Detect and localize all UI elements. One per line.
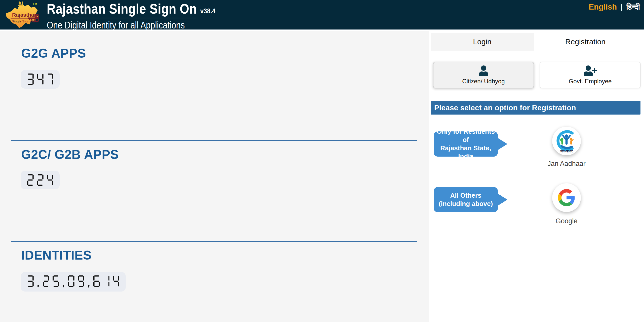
app-subtitle: One Digital Identity for all Application… <box>47 20 215 31</box>
citizen-udhyog-button[interactable]: Citizen/ Udhyog <box>433 62 534 88</box>
right-figure <box>570 138 573 144</box>
rajasthan-sso-logo[interactable]: TM Rajasthan Single Sign On <box>3 1 43 29</box>
google-bubble: All Others (including above) <box>434 187 498 212</box>
jan-aadhaar-label: Jan Aadhaar <box>535 160 598 168</box>
title-divider <box>47 18 196 18</box>
jan-aadhaar-bubble-line1: Only for Residents of <box>434 127 498 144</box>
user-icon <box>479 65 488 76</box>
emblem-icon <box>18 2 23 6</box>
jan-aadhaar-bubble: Only for Residents of Rajasthan State, I… <box>434 131 498 157</box>
govt-employee-button[interactable]: Govt. Employee <box>540 62 641 88</box>
app-version: v38.4 <box>197 7 215 16</box>
digital-counter-g2g <box>21 70 60 89</box>
jan-aadhaar-logo-text: जन-आधार <box>560 149 573 153</box>
google-logo <box>558 189 575 206</box>
govt-employee-label: Govt. Employee <box>569 78 612 85</box>
google-label: Google <box>535 217 598 225</box>
digital-counter-identities <box>21 272 126 292</box>
auth-tabs: Login Registration <box>431 33 637 51</box>
section-divider <box>11 241 417 242</box>
tab-login[interactable]: Login <box>431 33 534 51</box>
language-hindi-link[interactable]: हिन्दी <box>626 3 640 11</box>
logo-underline <box>11 18 31 19</box>
registration-prompt-bar: Please select an option for Registration <box>431 101 640 115</box>
auth-panel: Login Registration Citizen/ Udhyog Govt.… <box>429 31 644 322</box>
tab-registration[interactable]: Registration <box>534 33 637 51</box>
jan-aadhaar-bubble-line2: Rajasthan State, India <box>434 144 498 161</box>
rajsso-page: TM Rajasthan Single Sign On Rajasthan Si… <box>0 0 644 322</box>
header-title-block: Rajasthan Single Sign On v38.4 One Digit… <box>47 2 215 31</box>
stat-heading-g2g: G2G APPS <box>21 46 86 61</box>
language-separator: | <box>619 3 624 11</box>
stats-panel: G2G APPS G2C/ G2B APPS IDENTITIES <box>0 31 429 322</box>
user-type-buttons: Citizen/ Udhyog Govt. Employee <box>433 62 641 88</box>
logo-tm-label: TM <box>33 2 37 6</box>
language-english-link[interactable]: English <box>589 3 617 11</box>
stat-heading-g2c-g2b: G2C/ G2B APPS <box>21 147 119 162</box>
app-header: TM Rajasthan Single Sign On Rajasthan Si… <box>0 0 644 30</box>
jan-aadhaar-option-button[interactable]: जन-आधार <box>552 127 581 155</box>
jan-aadhaar-logo: जन-आधार <box>553 128 580 154</box>
center-figure <box>563 134 570 144</box>
section-divider <box>11 140 417 141</box>
digital-counter-g2c-g2b <box>21 171 60 189</box>
stat-heading-identities: IDENTITIES <box>21 248 92 263</box>
google-option-button[interactable] <box>552 183 581 212</box>
user-plus-icon <box>584 65 597 76</box>
logo-state-label: Rajasthan <box>12 12 37 18</box>
left-figure <box>560 138 564 144</box>
google-bubble-line1: All Others <box>450 191 481 200</box>
language-switcher: English | हिन्दी <box>589 3 640 12</box>
app-title: Rajasthan Single Sign On <box>47 2 197 16</box>
google-bubble-line2: (including above) <box>439 200 493 208</box>
citizen-udhyog-label: Citizen/ Udhyog <box>462 78 505 85</box>
